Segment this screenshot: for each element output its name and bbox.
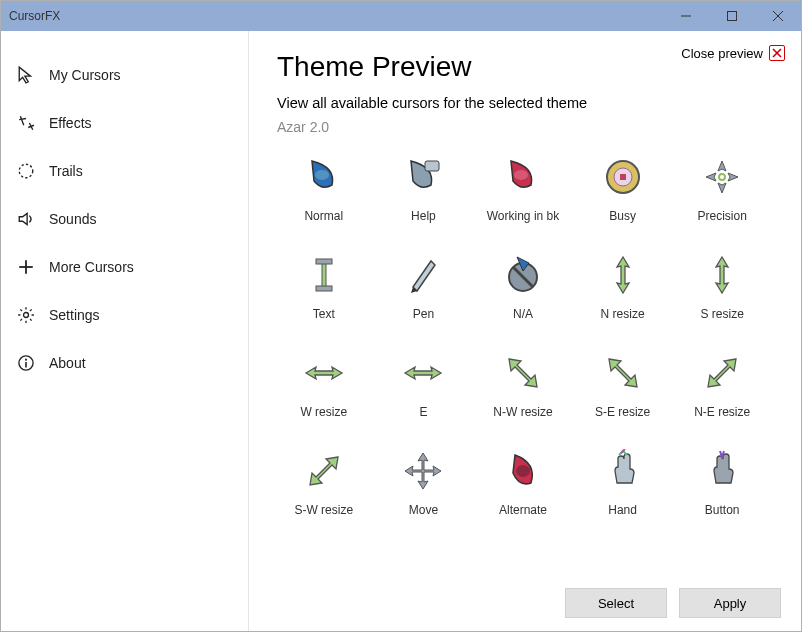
footer: Select Apply <box>249 575 801 631</box>
cursor-cell[interactable]: Text <box>277 251 371 321</box>
cursor-label: W resize <box>300 405 347 419</box>
cursor-thumbnail-icon <box>698 153 746 201</box>
svg-rect-22 <box>316 286 332 291</box>
cursor-thumbnail-icon <box>300 251 348 299</box>
cursor-thumbnail-icon <box>399 447 447 495</box>
main-panel: Close preview Theme Preview View all ava… <box>249 31 801 631</box>
cursor-thumbnail-icon <box>499 251 547 299</box>
svg-rect-21 <box>316 259 332 264</box>
cursor-thumbnail-icon <box>399 251 447 299</box>
sidebar-item-trails[interactable]: Trails <box>1 147 248 195</box>
cursor-icon <box>17 66 35 84</box>
cursor-label: S-W resize <box>294 503 353 517</box>
cursor-cell[interactable]: Pen <box>377 251 471 321</box>
sidebar-item-label: Trails <box>49 163 83 179</box>
cursor-cell[interactable]: Working in bk <box>476 153 570 223</box>
cursor-cell[interactable]: Move <box>377 447 471 517</box>
cursor-cell[interactable]: E <box>377 349 471 419</box>
svg-point-7 <box>24 313 29 318</box>
cursor-label: Normal <box>304 209 343 223</box>
sidebar-item-label: My Cursors <box>49 67 121 83</box>
svg-rect-18 <box>620 174 626 180</box>
sidebar-item-label: More Cursors <box>49 259 134 275</box>
cursor-grid: NormalHelpWorking in bkBusyPrecisionText… <box>277 153 773 517</box>
sidebar-item-label: Effects <box>49 115 92 131</box>
cursor-cell[interactable]: W resize <box>277 349 371 419</box>
plus-icon <box>17 258 35 276</box>
sidebar-item-settings[interactable]: Settings <box>1 291 248 339</box>
cursor-label: E <box>419 405 427 419</box>
cursor-cell[interactable]: N/A <box>476 251 570 321</box>
sidebar: My Cursors Effects Trails Sounds <box>1 31 249 631</box>
window-title: CursorFX <box>9 9 663 23</box>
cursor-cell[interactable]: S-E resize <box>576 349 670 419</box>
cursor-label: N resize <box>601 307 645 321</box>
cursor-thumbnail-icon <box>300 349 348 397</box>
cursor-cell[interactable]: Button <box>675 447 769 517</box>
cursor-label: Working in bk <box>487 209 559 223</box>
cursor-cell[interactable]: Normal <box>277 153 371 223</box>
cursor-thumbnail-icon <box>499 447 547 495</box>
cursor-label: Precision <box>698 209 747 223</box>
close-icon <box>773 11 783 21</box>
cursor-label: N/A <box>513 307 533 321</box>
svg-point-4 <box>19 164 33 178</box>
sidebar-item-more-cursors[interactable]: More Cursors <box>1 243 248 291</box>
svg-rect-20 <box>322 261 326 289</box>
svg-rect-1 <box>728 12 737 21</box>
cursor-thumbnail-icon <box>499 153 547 201</box>
info-icon <box>17 354 35 372</box>
sidebar-item-sounds[interactable]: Sounds <box>1 195 248 243</box>
cursor-thumbnail-icon <box>698 251 746 299</box>
cursor-cell[interactable]: S-W resize <box>277 447 371 517</box>
cursor-cell[interactable]: Hand <box>576 447 670 517</box>
titlebar[interactable]: CursorFX <box>1 1 801 31</box>
close-preview-button[interactable]: Close preview <box>681 45 785 61</box>
cursor-label: Help <box>411 209 436 223</box>
cursor-label: Text <box>313 307 335 321</box>
close-preview-icon <box>769 45 785 61</box>
cursor-cell[interactable]: Alternate <box>476 447 570 517</box>
cursor-cell[interactable]: N resize <box>576 251 670 321</box>
svg-point-25 <box>516 465 530 477</box>
sidebar-item-about[interactable]: About <box>1 339 248 387</box>
sidebar-item-label: Settings <box>49 307 100 323</box>
cursor-cell[interactable]: N-E resize <box>675 349 769 419</box>
cursor-label: Hand <box>608 503 637 517</box>
cursor-cell[interactable]: Precision <box>675 153 769 223</box>
cursor-thumbnail-icon <box>300 153 348 201</box>
svg-point-9 <box>25 359 27 361</box>
window-body: My Cursors Effects Trails Sounds <box>1 31 801 631</box>
gear-icon <box>17 306 35 324</box>
minimize-button[interactable] <box>663 1 709 31</box>
maximize-icon <box>727 11 737 21</box>
cursor-label: S resize <box>701 307 744 321</box>
cursor-thumbnail-icon <box>599 153 647 201</box>
close-button[interactable] <box>755 1 801 31</box>
maximize-button[interactable] <box>709 1 755 31</box>
cursor-label: Busy <box>609 209 636 223</box>
cursor-label: N-E resize <box>694 405 750 419</box>
select-button[interactable]: Select <box>565 588 667 618</box>
sidebar-item-my-cursors[interactable]: My Cursors <box>1 51 248 99</box>
cursor-thumbnail-icon <box>399 349 447 397</box>
sound-icon <box>17 210 35 228</box>
cursor-thumbnail-icon <box>499 349 547 397</box>
cursor-label: N-W resize <box>493 405 552 419</box>
close-preview-label: Close preview <box>681 46 763 61</box>
cursor-label: Alternate <box>499 503 547 517</box>
apply-button[interactable]: Apply <box>679 588 781 618</box>
cursor-cell[interactable]: N-W resize <box>476 349 570 419</box>
cursor-cell[interactable]: S resize <box>675 251 769 321</box>
theme-name: Azar 2.0 <box>277 119 773 135</box>
svg-point-15 <box>514 170 528 180</box>
cursor-thumbnail-icon <box>698 447 746 495</box>
cursor-cell[interactable]: Busy <box>576 153 670 223</box>
content-area: Theme Preview View all available cursors… <box>249 31 801 575</box>
cursor-thumbnail-icon <box>599 251 647 299</box>
cursor-cell[interactable]: Help <box>377 153 471 223</box>
cursor-label: Button <box>705 503 740 517</box>
sidebar-item-effects[interactable]: Effects <box>1 99 248 147</box>
window-controls <box>663 1 801 31</box>
cursor-label: S-E resize <box>595 405 650 419</box>
